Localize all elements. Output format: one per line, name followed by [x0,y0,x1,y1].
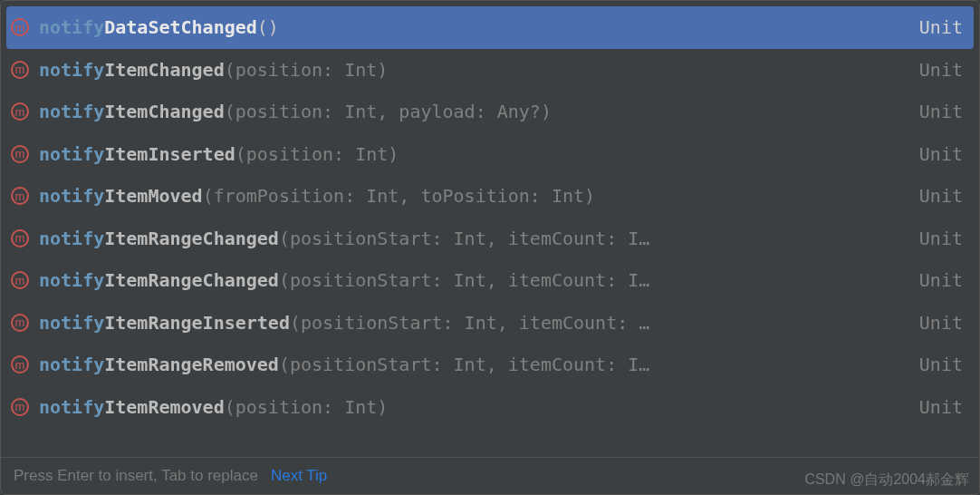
completion-item[interactable]: mnotifyItemInserted(position: Int)Unit [1,133,979,176]
method-icon: m [10,270,30,290]
footer-hint: Press Enter to insert, Tab to replace [14,467,258,485]
method-icon: m [10,354,30,374]
watermark: CSDN @自动2004郝金辉 [804,471,969,490]
completion-signature: notifyItemRangeChanged(positionStart: In… [39,228,896,249]
method-icon: m [10,397,30,417]
return-type: Unit [919,16,963,38]
completion-signature: notifyItemChanged(position: Int) [39,59,896,81]
return-type: Unit [919,312,963,334]
return-type: Unit [919,396,963,418]
completion-item[interactable]: mnotifyDataSetChanged()Unit [6,6,974,49]
method-icon: m [10,102,30,121]
method-icon: m [10,60,30,80]
completion-signature: notifyItemInserted(position: Int) [39,143,896,165]
return-type: Unit [919,228,963,249]
method-icon: m [10,144,30,164]
completion-item[interactable]: mnotifyItemRangeChanged(positionStart: I… [1,259,979,302]
completion-item[interactable]: mnotifyItemRangeInserted(positionStart: … [1,302,979,345]
completion-signature: notifyItemRemoved(position: Int) [39,396,896,418]
completion-item[interactable]: mnotifyItemMoved(fromPosition: Int, toPo… [1,175,979,218]
completion-signature: notifyItemMoved(fromPosition: Int, toPos… [39,185,896,207]
return-type: Unit [919,101,963,122]
next-tip-link[interactable]: Next Tip [271,467,327,485]
return-type: Unit [919,185,963,207]
completion-signature: notifyItemRangeInserted(positionStart: I… [39,312,896,334]
return-type: Unit [919,143,963,165]
completion-popup: mnotifyDataSetChanged()UnitmnotifyItemCh… [0,0,980,495]
completion-item[interactable]: mnotifyItemChanged(position: Int)Unit [1,49,979,92]
completion-signature: notifyItemChanged(position: Int, payload… [39,101,896,122]
return-type: Unit [919,269,963,291]
completion-list: mnotifyDataSetChanged()UnitmnotifyItemCh… [1,1,979,457]
completion-item[interactable]: mnotifyItemRemoved(position: Int)Unit [1,386,979,429]
return-type: Unit [919,59,963,81]
completion-item[interactable]: mnotifyItemRangeRemoved(positionStart: I… [1,344,979,386]
method-icon: m [10,186,30,206]
method-icon: m [10,228,30,248]
completion-signature: notifyItemRangeRemoved(positionStart: In… [39,354,896,375]
return-type: Unit [919,354,963,375]
completion-item[interactable]: mnotifyItemRangeChanged(positionStart: I… [1,218,979,260]
method-icon: m [10,17,30,37]
completion-signature: notifyDataSetChanged() [39,16,896,38]
completion-signature: notifyItemRangeChanged(positionStart: In… [39,269,896,291]
method-icon: m [10,313,30,333]
completion-item[interactable]: mnotifyItemChanged(position: Int, payloa… [1,91,979,133]
